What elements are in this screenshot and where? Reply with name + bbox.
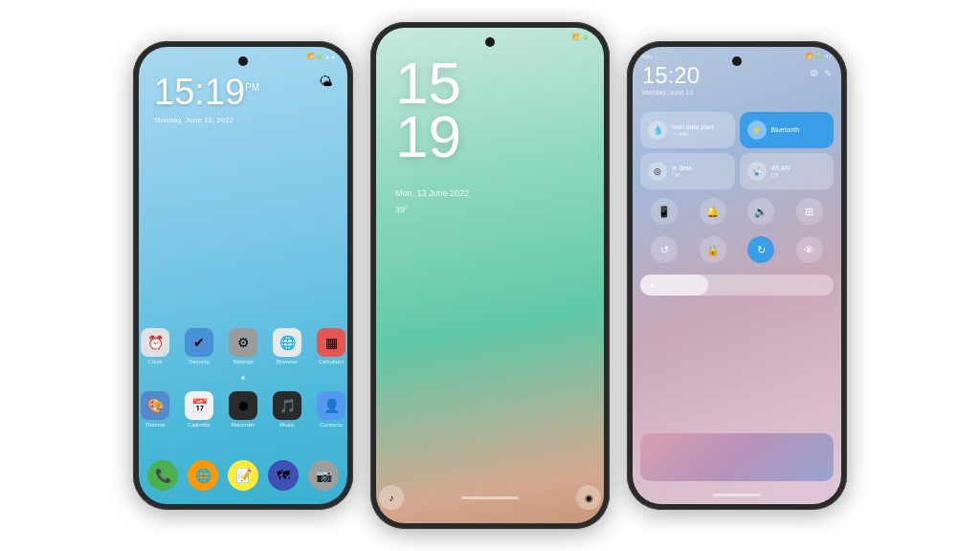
home-bar-3 xyxy=(713,494,761,496)
recorder-label: Recorder xyxy=(232,422,256,428)
eye-btn[interactable]: 👁 xyxy=(796,236,823,263)
brightness-slider[interactable]: ☀ xyxy=(640,275,834,296)
ctrl-data-tile[interactable]: 💧 own data plan — MB xyxy=(640,112,735,148)
p1-weather-icon: 🌤 xyxy=(319,74,332,89)
app-music[interactable]: 🎵 Music xyxy=(270,391,304,428)
app-clock[interactable]: ⏰ Clock xyxy=(139,328,172,364)
app-settings[interactable]: ⚙ Settings xyxy=(226,328,260,364)
ctrl-data-label: own data plan xyxy=(672,123,714,131)
lock-btn[interactable]: 🔒 xyxy=(700,236,726,263)
app-recorder[interactable]: ⏺ Recorder xyxy=(226,391,260,428)
browser-icon: 🌐 xyxy=(273,328,301,357)
p3-header-icons: ⚙ ✎ xyxy=(810,68,832,78)
calendar-icon: 📅 xyxy=(185,391,213,420)
calendar-label: Calendar xyxy=(188,422,211,428)
ctrl-bluetooth-tile[interactable]: ⚡ Bluetooth xyxy=(740,112,835,148)
music-icon: 🎵 xyxy=(273,391,301,420)
dock-browser[interactable]: 🌐 xyxy=(188,460,218,491)
ctrl-wlan-tile[interactable]: 📡 WLAN Off xyxy=(740,153,835,189)
recorder-icon: ⏺ xyxy=(229,391,257,420)
app-dock: 📞 🌐 📝 🗺 📷 xyxy=(139,460,347,491)
status-icons: 📶 🔋 ▲▲ xyxy=(307,53,336,59)
page-indicator xyxy=(241,376,245,380)
p3-signal-num: 47 xyxy=(825,54,832,59)
p2-music-icon[interactable]: ♪ xyxy=(379,485,404,510)
dnd-btn[interactable]: 🔔 xyxy=(700,198,726,225)
p3-edit-icon[interactable]: ✎ xyxy=(824,68,832,78)
music-album-bg xyxy=(640,433,834,481)
themes-label: Themes xyxy=(145,422,166,428)
themes-icon: 🎨 xyxy=(141,391,169,420)
p3-date: Monday, June 13 xyxy=(642,89,700,96)
app-row-2: 🎨 Themes 📅 Calendar ⏺ Recorder 🎵 Music 👤 xyxy=(139,391,347,428)
sync-btn[interactable]: ↻ xyxy=(747,236,774,263)
dock-phone[interactable]: 📞 xyxy=(147,460,178,491)
p2-date: Mon, 13 June 2022 xyxy=(395,188,469,198)
app-calculator[interactable]: ▦ Calculator xyxy=(314,328,347,364)
app-security[interactable]: ✔ Security xyxy=(182,328,216,364)
brightness-control: ☀ xyxy=(640,275,834,296)
p3-settings-icon[interactable]: ⚙ xyxy=(810,68,818,78)
p2-clock: 15 19 xyxy=(395,56,461,164)
p1-time-pm: PM xyxy=(245,82,259,93)
ctrl-ledata-tile[interactable]: ◎ le data Off xyxy=(640,153,735,189)
p2-time-line1: 15 xyxy=(395,56,461,110)
dock-notes[interactable]: 📝 xyxy=(228,460,258,491)
camera-hole-3 xyxy=(732,56,742,66)
ctrl-ledata-sub: Off xyxy=(672,172,692,178)
app-browser[interactable]: 🌐 Browser xyxy=(270,328,304,364)
rotate-btn[interactable]: ↺ xyxy=(651,236,678,263)
p1-time-value: 15:19 xyxy=(154,72,245,112)
vibrate-btn[interactable]: 📳 xyxy=(651,198,678,225)
music-widget[interactable] xyxy=(640,433,834,481)
music-label: Music xyxy=(279,422,295,428)
p2-battery: 🔋 xyxy=(582,33,589,40)
ctrl-bluetooth-label: Bluetooth xyxy=(771,126,800,134)
quick-row-2: ↺ 🔒 ↻ 👁 xyxy=(640,236,834,263)
ctrl-wlan-sub: Off xyxy=(771,172,791,178)
security-icon: ✔ xyxy=(185,328,213,357)
app-contacts[interactable]: 👤 Contacts xyxy=(314,391,347,428)
calculator-label: Calculator xyxy=(318,359,344,364)
p2-signal: 📶 xyxy=(572,33,579,40)
wlan-icon: 📡 xyxy=(747,162,767,181)
app-calendar[interactable]: 📅 Calendar xyxy=(182,391,216,428)
settings-label: Settings xyxy=(233,359,254,364)
phone-2: 📶 🔋 15 19 Mon, 13 June 2022 39° ♪ ◉ xyxy=(370,22,610,529)
security-label: Security xyxy=(189,359,210,364)
ctrl-wlan-label: WLAN xyxy=(771,165,791,172)
control-center-grid: 💧 own data plan — MB ⚡ Bluetooth ◎ le da… xyxy=(640,112,834,189)
camera-hole xyxy=(238,56,248,66)
calculator-icon: ▦ xyxy=(317,328,345,357)
dock-camera[interactable]: 📷 xyxy=(308,460,339,491)
p2-time-line2: 19 xyxy=(395,110,461,164)
p3-header: 15:20 Monday, June 13 ⚙ ✎ xyxy=(633,64,841,96)
screen-btn[interactable]: ⊞ xyxy=(796,198,823,225)
contacts-label: Contacts xyxy=(320,422,343,428)
browser-label: Browser xyxy=(277,359,298,364)
settings-icon: ⚙ xyxy=(229,328,257,357)
p3-battery-icon: 🔋 xyxy=(815,53,822,59)
p1-clock: 15:19PM xyxy=(154,74,259,110)
contacts-icon: 👤 xyxy=(317,391,345,420)
clock-label: Clock xyxy=(147,359,162,364)
quick-row-1: 📳 🔔 🔊 ⊞ xyxy=(640,198,834,225)
app-themes[interactable]: 🎨 Themes xyxy=(139,391,172,428)
p3-status-icons: 📶 🔋 47 xyxy=(806,53,832,59)
app-row-1: ⏰ Clock ✔ Security ⚙ Settings 🌐 Browser … xyxy=(139,328,347,364)
sound-btn[interactable]: 🔊 xyxy=(747,198,774,225)
clock-icon: ⏰ xyxy=(141,328,169,357)
p1-date: Monday, June 13, 2022 xyxy=(154,116,234,124)
dock-maps[interactable]: 🗺 xyxy=(268,460,299,491)
battery-icon: 🔋 xyxy=(316,53,323,59)
ctrl-ledata-icon: ◎ xyxy=(648,162,667,181)
p3-clock: 15:20 xyxy=(642,64,700,87)
phone-3: SA+ 📶 🔋 47 15:20 Monday, June 13 ⚙ ✎ 💧 xyxy=(627,41,847,510)
p3-wifi-icon: 📶 xyxy=(806,53,813,59)
p2-bottom-bar: ♪ ◉ xyxy=(376,485,604,510)
bluetooth-icon: ⚡ xyxy=(747,121,767,140)
brightness-icon: ☀ xyxy=(648,280,657,291)
p2-camera-icon[interactable]: ◉ xyxy=(576,485,601,510)
signal-icon: ▲▲ xyxy=(324,54,336,59)
app-grid: ⏰ Clock ✔ Security ⚙ Settings 🌐 Browser … xyxy=(139,328,347,428)
